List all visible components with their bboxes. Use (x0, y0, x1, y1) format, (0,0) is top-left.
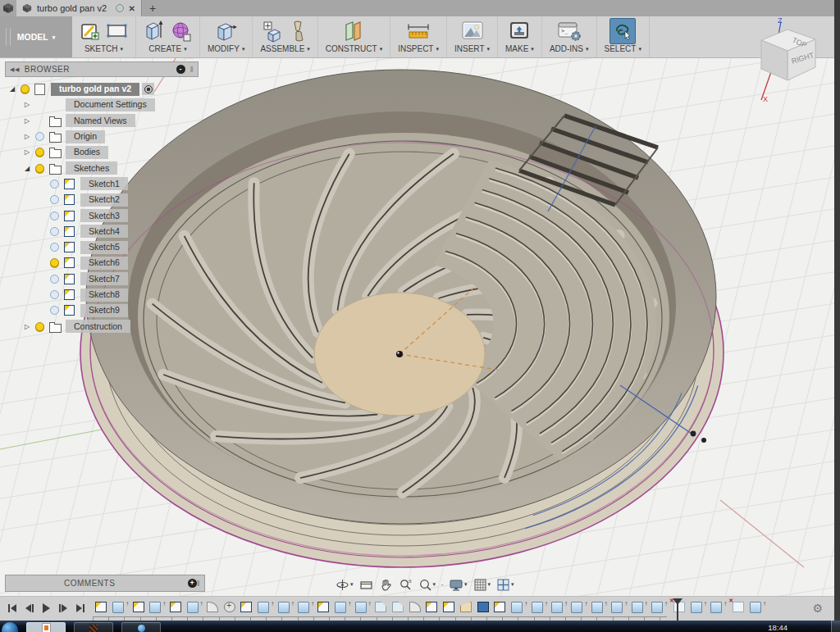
start-button[interactable] (2, 622, 18, 632)
browser-item-label[interactable]: Sketch5 (80, 241, 128, 254)
comments-panel[interactable]: COMMENTS + ‖ (5, 575, 205, 592)
visibility-bulb-icon[interactable] (50, 243, 59, 252)
orbit-button[interactable]: ▾ (334, 577, 355, 593)
browser-header[interactable]: ◀◀ BROWSER - ‖ (5, 61, 199, 77)
construction-plane-icon[interactable] (342, 20, 365, 43)
browser-item-label[interactable]: Sketch3 (80, 209, 128, 222)
visibility-bulb-icon[interactable] (50, 211, 59, 221)
tab-close-icon[interactable]: ✕ (129, 4, 135, 13)
measure-icon[interactable] (406, 21, 431, 41)
browser-item-label[interactable]: Sketch4 (80, 225, 128, 238)
show-desktop-button[interactable] (831, 621, 840, 632)
taskbar-app-fusion[interactable] (26, 622, 66, 632)
timeline-feature-icon[interactable] (149, 602, 161, 613)
timeline-feature-icon[interactable] (133, 602, 144, 612)
timeline-feature-icon[interactable] (511, 602, 523, 613)
timeline-feature-icon[interactable] (632, 602, 643, 613)
browser-row[interactable]: Bodies (5, 144, 199, 160)
viewports-button[interactable]: ▾ (495, 577, 516, 593)
document-tab[interactable]: turbo gold pan v2 ✕ (16, 0, 142, 16)
display-settings-button[interactable]: ▾ (447, 577, 469, 593)
visibility-bulb-icon[interactable] (50, 180, 59, 189)
browser-row[interactable]: Origin (5, 129, 199, 144)
browser-row[interactable]: Document Settings (5, 97, 199, 112)
timeline-settings-gear-icon[interactable]: ⚙ (812, 602, 823, 615)
form-sphere-icon[interactable] (171, 20, 192, 43)
browser-item-label[interactable]: Named Views (66, 114, 135, 127)
timeline-playhead[interactable] (673, 598, 682, 621)
joint-icon[interactable] (290, 20, 308, 43)
timeline-feature-icon[interactable] (611, 602, 623, 613)
timeline-feature-icon[interactable] (335, 602, 346, 613)
timeline-feature-icon[interactable] (187, 602, 199, 613)
timeline-feature-icon[interactable] (710, 602, 722, 613)
expand-arrow-icon[interactable] (25, 101, 35, 108)
browser-row[interactable]: Sketch7 (5, 271, 199, 287)
visibility-bulb-icon[interactable] (50, 306, 59, 315)
browser-item-label[interactable]: Sketches (66, 161, 117, 175)
timeline-feature-icon[interactable] (112, 602, 124, 613)
browser-item-label[interactable]: Sketch2 (80, 193, 128, 207)
browser-row[interactable]: Construction (5, 318, 199, 334)
browser-row[interactable]: turbo gold pan v2 (5, 81, 199, 97)
timeline-feature-icon[interactable] (278, 602, 290, 613)
timeline-feature-icon[interactable] (298, 602, 309, 613)
pan-button[interactable] (377, 577, 395, 593)
toolbar-group-addins[interactable]: >_ ADD-INS▾ (542, 16, 597, 57)
visibility-bulb-icon[interactable] (35, 322, 44, 331)
browser-row[interactable]: Named Views (5, 113, 199, 129)
play-button[interactable] (43, 603, 50, 613)
workspace-switcher[interactable]: MODEL ▾ (0, 16, 72, 57)
browser-item-label[interactable]: Sketch1 (80, 177, 128, 190)
browser-row[interactable]: Sketch5 (5, 239, 199, 255)
go-to-end-button[interactable] (76, 604, 84, 612)
expand-arrow-icon[interactable] (25, 133, 35, 140)
new-component-icon[interactable] (144, 20, 165, 43)
toolbar-group-construct[interactable]: CONSTRUCT▾ (318, 16, 390, 57)
expand-arrow-icon[interactable] (25, 323, 35, 330)
toolbar-group-inspect[interactable]: INSPECT▾ (390, 16, 447, 57)
timeline-feature-icon[interactable] (750, 602, 761, 613)
timeline-feature-icon[interactable] (392, 602, 404, 612)
timeline-feature-icon[interactable] (240, 602, 252, 612)
browser-row[interactable]: Sketch1 (5, 176, 199, 192)
timeline-feature-icon[interactable] (170, 602, 181, 612)
visibility-bulb-icon[interactable] (35, 164, 44, 173)
fit-button[interactable]: ▾ (417, 577, 438, 593)
timeline-feature-icon[interactable] (551, 602, 563, 613)
timeline-feature-icon[interactable] (409, 602, 421, 612)
browser-item-label[interactable]: Bodies (66, 146, 108, 159)
toolbar-group-select[interactable]: SELECT▾ (597, 16, 650, 57)
browser-item-label[interactable]: Sketch8 (80, 289, 128, 302)
browser-item-label[interactable]: Sketch7 (80, 272, 128, 285)
insert-image-icon[interactable] (461, 20, 484, 42)
go-to-start-button[interactable] (8, 604, 16, 612)
step-back-button[interactable] (25, 604, 34, 612)
timeline-feature-icon[interactable] (651, 602, 663, 613)
expand-arrow-icon[interactable] (25, 117, 35, 125)
toolbar-group-create[interactable]: CREATE▾ (136, 16, 200, 57)
visibility-bulb-icon[interactable] (21, 84, 30, 93)
visibility-bulb-icon[interactable] (50, 275, 59, 284)
view-cube[interactable]: Z X TOP RIGHT (745, 15, 824, 105)
visibility-bulb-icon[interactable] (50, 290, 59, 299)
browser-row[interactable]: Sketch8 (5, 287, 199, 302)
select-tool-active-tile[interactable] (609, 18, 636, 44)
taskbar-app-3[interactable] (121, 622, 161, 632)
visibility-bulb-icon[interactable] (50, 258, 59, 267)
browser-row[interactable]: Sketch9 (5, 302, 199, 318)
collapse-panel-icon[interactable]: ◀◀ (10, 66, 20, 73)
expand-arrow-icon[interactable] (25, 165, 35, 172)
panel-grip[interactable]: ‖ (197, 580, 200, 588)
fusion-app-icon[interactable] (0, 0, 16, 16)
scripts-addins-icon[interactable]: >_ (557, 20, 582, 42)
browser-row[interactable]: Sketches (5, 160, 199, 175)
3d-print-icon[interactable] (508, 20, 531, 42)
timeline-feature-icon[interactable] (477, 602, 489, 612)
collapse-all-icon[interactable]: - (176, 65, 185, 74)
timeline-feature-icon[interactable] (375, 602, 386, 612)
visibility-bulb-icon[interactable] (50, 195, 59, 204)
zoom-button[interactable]: ± (397, 577, 414, 593)
expand-arrow-icon[interactable] (25, 148, 35, 156)
toolbar-group-make[interactable]: MAKE▾ (498, 16, 542, 57)
